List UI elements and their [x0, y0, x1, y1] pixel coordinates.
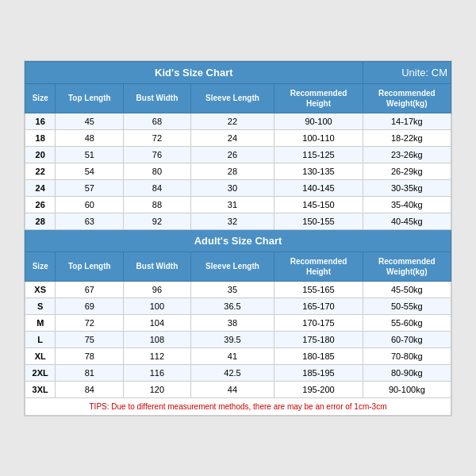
kids-row-26: 26 60 88 31 145-150 35-40kg — [25, 196, 451, 213]
kids-sleeve-26: 31 — [190, 196, 274, 213]
kids-weight-16: 14-17kg — [363, 113, 451, 129]
adults-header-top-length: Top Length — [56, 251, 124, 281]
adults-header-size: Size — [25, 251, 56, 281]
adults-row-xs: XS 67 96 35 155-165 45-50kg — [25, 281, 451, 298]
adults-col-headers: Size Top Length Bust Width Sleeve Length… — [25, 251, 451, 281]
kids-size-18: 18 — [25, 129, 56, 146]
kids-row-22: 22 54 80 28 130-135 26-29kg — [25, 163, 451, 179]
adults-row-2xl: 2XL 81 116 42.5 185-195 80-90kg — [25, 364, 451, 381]
adults-height-l: 175-180 — [274, 331, 363, 347]
adults-row-xl: XL 78 112 41 180-185 70-80kg — [25, 347, 451, 364]
adults-weight-l: 60-70kg — [363, 331, 451, 347]
kids-weight-26: 35-40kg — [363, 196, 451, 213]
adults-bust-xl: 112 — [124, 347, 190, 364]
kids-col-headers: Size Top Length Bust Width Sleeve Length… — [25, 83, 451, 113]
adults-row-m: M 72 104 38 170-175 55-60kg — [25, 314, 451, 331]
kids-height-20: 115-125 — [274, 146, 363, 163]
adults-size-l: L — [25, 331, 56, 347]
kids-header-rec-weight: RecommendedWeight(kg) — [363, 83, 451, 113]
kids-height-16: 90-100 — [274, 113, 363, 129]
kids-header-size: Size — [25, 83, 56, 113]
kids-section-header: Kid's Size Chart Unite: CM — [25, 61, 451, 83]
adults-weight-m: 55-60kg — [363, 314, 451, 331]
adults-size-m: M — [25, 314, 56, 331]
adults-sleeve-3xl: 44 — [190, 381, 274, 397]
kids-weight-22: 26-29kg — [363, 163, 451, 179]
adults-sleeve-m: 38 — [190, 314, 274, 331]
kids-sleeve-20: 26 — [190, 146, 274, 163]
kids-size-28: 28 — [25, 213, 56, 229]
adults-row-l: L 75 108 39.5 175-180 60-70kg — [25, 331, 451, 347]
adults-toplength-3xl: 84 — [56, 381, 124, 397]
kids-row-28: 28 63 92 32 150-155 40-45kg — [25, 213, 451, 229]
kids-header-rec-height: RecommendedHeight — [274, 83, 363, 113]
adults-size-3xl: 3XL — [25, 381, 56, 397]
tips-text: TIPS: Due to different measurement metho… — [25, 397, 451, 415]
kids-row-20: 20 51 76 26 115-125 23-26kg — [25, 146, 451, 163]
tips-row: TIPS: Due to different measurement metho… — [25, 397, 451, 415]
adults-height-xl: 180-185 — [274, 347, 363, 364]
kids-height-18: 100-110 — [274, 129, 363, 146]
adults-sleeve-l: 39.5 — [190, 331, 274, 347]
adults-title: Adult's Size Chart — [25, 229, 451, 251]
kids-toplength-20: 51 — [56, 146, 124, 163]
size-chart-container: Kid's Size Chart Unite: CM Size Top Leng… — [24, 60, 452, 416]
kids-bust-28: 92 — [124, 213, 190, 229]
kids-size-26: 26 — [25, 196, 56, 213]
kids-height-26: 145-150 — [274, 196, 363, 213]
kids-bust-16: 68 — [124, 113, 190, 129]
adults-bust-3xl: 120 — [124, 381, 190, 397]
kids-weight-24: 30-35kg — [363, 179, 451, 196]
adults-size-2xl: 2XL — [25, 364, 56, 381]
unit-label: Unite: CM — [363, 61, 451, 83]
adults-size-xl: XL — [25, 347, 56, 364]
adults-section-header: Adult's Size Chart — [25, 229, 451, 251]
kids-toplength-18: 48 — [56, 129, 124, 146]
adults-header-sleeve-length: Sleeve Length — [190, 251, 274, 281]
kids-header-sleeve-length: Sleeve Length — [190, 83, 274, 113]
kids-toplength-24: 57 — [56, 179, 124, 196]
kids-sleeve-28: 32 — [190, 213, 274, 229]
adults-row-s: S 69 100 36.5 165-170 50-55kg — [25, 298, 451, 314]
kids-toplength-16: 45 — [56, 113, 124, 129]
adults-sleeve-xs: 35 — [190, 281, 274, 298]
adults-row-3xl: 3XL 84 120 44 195-200 90-100kg — [25, 381, 451, 397]
kids-height-28: 150-155 — [274, 213, 363, 229]
adults-size-xs: XS — [25, 281, 56, 298]
adults-weight-s: 50-55kg — [363, 298, 451, 314]
kids-title: Kid's Size Chart — [25, 61, 363, 83]
kids-weight-18: 18-22kg — [363, 129, 451, 146]
kids-size-20: 20 — [25, 146, 56, 163]
adults-header-rec-weight: RecommendedWeight(kg) — [363, 251, 451, 281]
kids-header-top-length: Top Length — [56, 83, 124, 113]
adults-bust-2xl: 116 — [124, 364, 190, 381]
adults-height-s: 165-170 — [274, 298, 363, 314]
adults-toplength-xl: 78 — [56, 347, 124, 364]
adults-bust-m: 104 — [124, 314, 190, 331]
kids-sleeve-24: 30 — [190, 179, 274, 196]
adults-height-m: 170-175 — [274, 314, 363, 331]
adults-height-2xl: 185-195 — [274, 364, 363, 381]
kids-row-24: 24 57 84 30 140-145 30-35kg — [25, 179, 451, 196]
adults-weight-xs: 45-50kg — [363, 281, 451, 298]
adults-bust-l: 108 — [124, 331, 190, 347]
adults-height-xs: 155-165 — [274, 281, 363, 298]
kids-sleeve-16: 22 — [190, 113, 274, 129]
kids-weight-20: 23-26kg — [363, 146, 451, 163]
kids-bust-24: 84 — [124, 179, 190, 196]
kids-row-18: 18 48 72 24 100-110 18-22kg — [25, 129, 451, 146]
kids-toplength-28: 63 — [56, 213, 124, 229]
kids-toplength-26: 60 — [56, 196, 124, 213]
adults-toplength-2xl: 81 — [56, 364, 124, 381]
kids-row-16: 16 45 68 22 90-100 14-17kg — [25, 113, 451, 129]
kids-size-22: 22 — [25, 163, 56, 179]
kids-height-24: 140-145 — [274, 179, 363, 196]
kids-weight-28: 40-45kg — [363, 213, 451, 229]
adults-toplength-s: 69 — [56, 298, 124, 314]
adults-bust-s: 100 — [124, 298, 190, 314]
adults-toplength-xs: 67 — [56, 281, 124, 298]
kids-toplength-22: 54 — [56, 163, 124, 179]
adults-header-rec-height: RecommendedHeight — [274, 251, 363, 281]
adults-sleeve-s: 36.5 — [190, 298, 274, 314]
kids-bust-18: 72 — [124, 129, 190, 146]
